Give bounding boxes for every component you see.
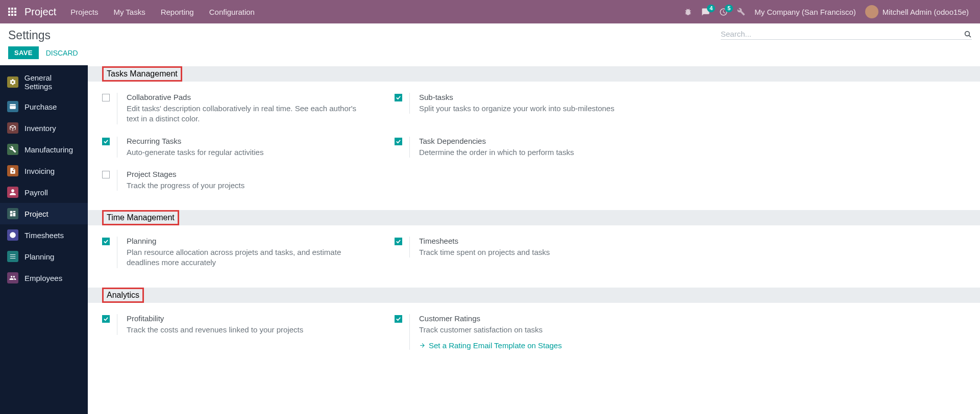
activities-badge: 5 <box>725 5 733 12</box>
sidebar-icon <box>7 229 18 241</box>
sidebar-icon <box>7 101 18 112</box>
checkbox[interactable] <box>395 238 402 245</box>
option-title: Profitability <box>127 314 303 323</box>
sidebar-item-label: Employees <box>24 274 62 282</box>
user-name: Mitchell Admin (odoo15e) <box>883 8 969 16</box>
option-description: Track the costs and revenues linked to y… <box>127 325 303 335</box>
section-header: Analytics <box>88 288 980 303</box>
option-link-label: Set a Rating Email Template on Stages <box>429 341 562 350</box>
svg-rect-4 <box>11 11 13 13</box>
sidebar-icon <box>7 272 18 283</box>
sidebar-item-label: Manufacturing <box>24 145 73 154</box>
sidebar-item-label: Inventory <box>24 124 56 133</box>
setting-option: TimesheetsTrack time spent on projects a… <box>419 237 550 257</box>
sidebar-item-general-settings[interactable]: General Settings <box>0 68 88 96</box>
avatar <box>865 5 878 18</box>
option-title: Customer Ratings <box>419 314 562 323</box>
svg-rect-1 <box>11 8 13 10</box>
checkbox[interactable] <box>102 138 110 145</box>
search-field[interactable] <box>721 29 972 40</box>
messages-badge: 4 <box>707 5 715 12</box>
sidebar-item-label: Planning <box>24 252 54 261</box>
activities-icon[interactable]: 5 <box>719 8 728 16</box>
section-title: Analytics <box>102 288 144 303</box>
sidebar-item-employees[interactable]: Employees <box>0 267 88 289</box>
company-switcher[interactable]: My Company (San Francisco) <box>754 8 855 16</box>
user-menu[interactable]: Mitchell Admin (odoo15e) <box>865 5 969 18</box>
arrow-right-icon <box>419 342 426 349</box>
sidebar-item-label: Timesheets <box>24 231 64 240</box>
sidebar-item-payroll[interactable]: Payroll <box>0 182 88 203</box>
tools-icon[interactable] <box>737 8 745 16</box>
sidebar-item-planning[interactable]: Planning <box>0 246 88 267</box>
save-button[interactable]: SAVE <box>8 46 39 59</box>
sidebar-item-label: Payroll <box>24 188 48 197</box>
search-icon[interactable] <box>964 30 972 38</box>
sidebar-item-label: Project <box>24 210 48 218</box>
svg-rect-5 <box>14 11 16 13</box>
setting-option: Collaborative PadsEdit tasks' descriptio… <box>127 93 366 124</box>
sidebar-item-inventory[interactable]: Inventory <box>0 117 88 139</box>
debug-icon[interactable] <box>684 8 692 16</box>
sidebar-item-invoicing[interactable]: Invoicing <box>0 160 88 182</box>
checkbox[interactable] <box>102 94 110 101</box>
checkbox[interactable] <box>395 94 402 101</box>
checkbox[interactable] <box>395 315 402 323</box>
settings-row: PlanningPlan resource allocation across … <box>102 232 980 276</box>
systray: 4 5 My Company (San Francisco) Mitchell … <box>684 5 969 18</box>
option-description: Split your tasks to organize your work i… <box>419 104 615 114</box>
sidebar-icon <box>7 122 18 134</box>
setting-option: Sub-tasksSplit your tasks to organize yo… <box>419 93 615 114</box>
option-description: Determine the order in which to perform … <box>419 147 574 158</box>
discard-button[interactable]: DISCARD <box>46 49 78 57</box>
svg-rect-6 <box>8 14 10 16</box>
option-description: Plan resource allocation across projets … <box>127 247 366 268</box>
svg-rect-3 <box>8 11 10 13</box>
sidebar-item-timesheets[interactable]: Timesheets <box>0 224 88 246</box>
svg-rect-2 <box>14 8 16 10</box>
option-description: Track time spent on projects and tasks <box>419 247 550 257</box>
sidebar-icon <box>7 208 18 219</box>
svg-rect-8 <box>14 14 16 16</box>
sidebar-icon <box>7 251 18 262</box>
svg-rect-7 <box>11 14 13 16</box>
svg-point-9 <box>965 31 970 36</box>
settings-main: Tasks ManagementCollaborative PadsEdit t… <box>88 65 980 414</box>
control-panel: Settings SAVE DISCARD <box>0 23 980 65</box>
section-header: Time Management <box>88 210 980 225</box>
sidebar-item-label: Invoicing <box>24 167 55 175</box>
sidebar-icon <box>7 187 18 198</box>
checkbox[interactable] <box>395 138 402 145</box>
sidebar-item-manufacturing[interactable]: Manufacturing <box>0 139 88 160</box>
setting-option: Task DependenciesDetermine the order in … <box>419 137 574 158</box>
option-link[interactable]: Set a Rating Email Template on Stages <box>419 341 562 350</box>
sidebar-item-purchase[interactable]: Purchase <box>0 96 88 117</box>
checkbox[interactable] <box>102 171 110 178</box>
settings-row: ProfitabilityTrack the costs and revenue… <box>102 310 980 358</box>
svg-rect-0 <box>8 8 10 10</box>
search-input[interactable] <box>721 30 964 38</box>
checkbox[interactable] <box>102 238 110 245</box>
checkbox[interactable] <box>102 315 110 323</box>
messages-icon[interactable]: 4 <box>701 8 710 16</box>
apps-icon[interactable] <box>8 8 16 16</box>
page-title: Settings <box>8 29 78 42</box>
settings-row: Project StagesTrack the progress of your… <box>102 166 980 199</box>
section-title: Tasks Management <box>102 66 182 82</box>
setting-option: Customer RatingsTrack customer satisfact… <box>419 314 562 350</box>
setting-option: Project StagesTrack the progress of your… <box>127 170 244 191</box>
option-description: Track the progress of your projects <box>127 180 244 191</box>
settings-row: Recurring TasksAuto-generate tasks for r… <box>102 133 980 166</box>
sidebar-item-project[interactable]: Project <box>0 203 88 224</box>
sidebar-item-label: Purchase <box>24 102 57 111</box>
nav-item-configuration[interactable]: Configuration <box>209 8 255 16</box>
nav-item-projects[interactable]: Projects <box>70 8 98 16</box>
section-title: Time Management <box>102 210 179 225</box>
nav-item-mytasks[interactable]: My Tasks <box>113 8 145 16</box>
option-title: Project Stages <box>127 170 244 178</box>
nav-item-reporting[interactable]: Reporting <box>161 8 194 16</box>
setting-option: Recurring TasksAuto-generate tasks for r… <box>127 137 263 158</box>
option-title: Sub-tasks <box>419 93 615 101</box>
option-title: Timesheets <box>419 237 550 245</box>
brand[interactable]: Project <box>24 6 56 18</box>
